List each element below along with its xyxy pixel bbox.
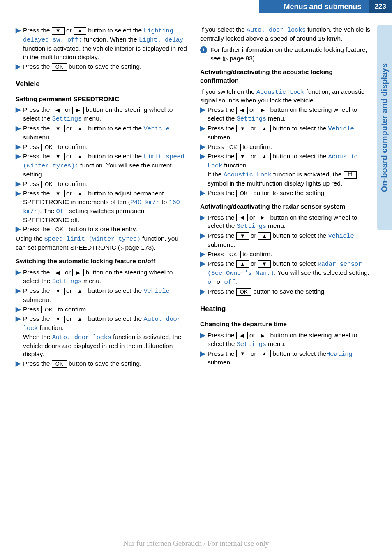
up-button-icon: ▲ — [236, 260, 249, 268]
down-button-icon: ▼ — [258, 260, 271, 268]
subsection-heading: Setting permanent SPEEDTRONIC — [16, 95, 189, 104]
step-marker-icon: ▶ — [16, 360, 21, 368]
header-title: Menus and submenus — [259, 0, 369, 13]
triangle-ref-icon: ▷ — [224, 56, 229, 62]
instruction-step: ▶ Press the ◀ or ▶ button on the steerin… — [16, 268, 189, 286]
menu-reference: Settings — [237, 115, 266, 123]
step-marker-icon: ▶ — [200, 106, 205, 123]
step-marker-icon: ▶ — [16, 268, 21, 286]
step-marker-icon: ▶ — [16, 225, 21, 234]
step-marker-icon: ▶ — [200, 350, 205, 367]
step-marker-icon: ▶ — [200, 152, 205, 188]
section-heading: Heating — [200, 304, 373, 315]
up-button-icon: ▲ — [258, 125, 271, 132]
instruction-step: ▶ Press the ▼ or ▲ button to select the … — [16, 315, 189, 359]
page-reference: page 83 — [230, 55, 253, 62]
step-marker-icon: ▶ — [200, 250, 205, 259]
instruction-step: ▶ Press OK to confirm. — [16, 305, 189, 314]
instruction-step: ▶ Press the ◀ or ▶ button on the steerin… — [200, 331, 373, 349]
up-button-icon: ▲ — [258, 232, 271, 240]
instruction-step: ▶ Press OK to confirm. — [16, 143, 189, 151]
ok-button-icon: OK — [41, 306, 56, 313]
right-button-icon: ▶ — [72, 269, 84, 276]
value-reference: off — [224, 278, 235, 286]
left-button-icon: ◀ — [52, 107, 63, 114]
right-column: If you select the Auto. door locks funct… — [200, 26, 373, 369]
step-marker-icon: ▶ — [16, 189, 21, 225]
step-marker-icon: ▶ — [16, 152, 21, 179]
right-button-icon: ▶ — [257, 107, 268, 114]
step-marker-icon: ▶ — [16, 106, 21, 123]
step-marker-icon: ▶ — [16, 143, 21, 151]
value-reference: 240 km/h — [130, 199, 160, 206]
menu-reference: Light. delay — [139, 36, 183, 44]
instruction-step: ▶ Press the OK button to save the settin… — [200, 288, 373, 296]
down-button-icon: ▼ — [236, 232, 249, 240]
step-marker-icon: ▶ — [16, 315, 21, 359]
step-marker-icon: ▶ — [16, 180, 21, 188]
instruction-step: ▶ Press the ▼ or ▲ button to select the … — [16, 124, 189, 142]
info-note: i For further information on the automat… — [200, 46, 373, 63]
paragraph: If you select the Auto. door locks funct… — [200, 26, 373, 43]
page-header: Menus and submenus 223 — [0, 0, 392, 13]
instruction-step: ▶ Press the OK button to save the settin… — [16, 63, 189, 71]
left-column: ▶ Press the ▼ or ▲ button to select the … — [16, 26, 189, 369]
page-number: 223 — [369, 0, 392, 13]
step-marker-icon: ▶ — [200, 331, 205, 349]
subsection-heading: Activating/deactivating the radar sensor… — [200, 202, 373, 211]
menu-reference: Vehicle — [328, 232, 354, 240]
ok-button-icon: OK — [236, 288, 251, 296]
left-button-icon: ◀ — [52, 269, 63, 276]
down-button-icon: ▼ — [236, 350, 249, 357]
ok-button-icon: OK — [41, 181, 56, 188]
step-marker-icon: ▶ — [200, 260, 205, 287]
ok-button-icon: OK — [52, 63, 67, 71]
instruction-step: ▶ Press the ◀ or ▶ button on the steerin… — [16, 106, 189, 123]
triangle-ref-icon: ▷ — [120, 245, 125, 251]
subsection-heading: Activating/deactivating the acoustic loc… — [200, 68, 373, 85]
menu-reference: Acoustic Lock — [256, 88, 304, 96]
menu-reference: Settings — [237, 341, 266, 348]
right-button-icon: ▶ — [257, 332, 268, 339]
menu-reference: Acoustic Lock — [224, 171, 272, 179]
menu-reference: Settings — [237, 223, 266, 230]
down-button-icon: ▼ — [52, 190, 65, 197]
menu-reference: Settings — [52, 115, 82, 123]
up-button-icon: ▲ — [74, 125, 86, 132]
up-button-icon: ▲ — [74, 153, 86, 160]
menu-reference: Auto. door locks — [52, 334, 111, 341]
instruction-step: ▶ Press the OK button to save the settin… — [200, 189, 373, 197]
instruction-step: ▶ Press the ▼ or ▲ button to select the … — [200, 152, 373, 188]
down-button-icon: ▼ — [52, 27, 65, 35]
instruction-step: ▶ Press the ▼ or ▲ button to select the … — [200, 232, 373, 249]
step-marker-icon: ▶ — [200, 143, 205, 151]
menu-reference: Vehicle — [144, 125, 170, 132]
down-button-icon: ▼ — [236, 125, 249, 132]
step-marker-icon: ▶ — [16, 26, 21, 62]
page-reference: page 173 — [125, 244, 152, 251]
up-button-icon: ▲ — [258, 153, 271, 160]
ok-button-icon: OK — [52, 226, 67, 233]
instruction-step: ▶ Press the OK button to store the entry… — [16, 225, 189, 234]
instruction-step: ▶ Press the ▼ or ▲ button to adjust perm… — [16, 189, 189, 225]
instruction-step: ▶ Press the ▼ or ▲ button to select the … — [16, 26, 189, 62]
down-button-icon: ▼ — [52, 288, 65, 295]
instruction-step: ▶ Press the ▼ or ▲ button to select the … — [16, 287, 189, 304]
step-marker-icon: ▶ — [16, 287, 21, 304]
ok-button-icon: OK — [226, 251, 241, 258]
up-button-icon: ▲ — [74, 316, 86, 323]
up-button-icon: ▲ — [258, 350, 271, 357]
up-button-icon: ▲ — [74, 288, 86, 295]
side-tab-label: On-board computer and displays — [380, 63, 390, 192]
left-button-icon: ◀ — [236, 107, 248, 114]
step-marker-icon: ▶ — [200, 189, 205, 197]
up-button-icon: ▲ — [74, 27, 86, 35]
instruction-step: ▶ Press the ◀ or ▶ button on the steerin… — [200, 214, 373, 231]
ok-button-icon: OK — [226, 144, 241, 151]
up-button-icon: ▲ — [74, 190, 86, 197]
footer-watermark: Nur für internen Gebrauch / For internal… — [0, 539, 392, 548]
menu-reference: Vehicle — [328, 125, 354, 132]
instruction-step: ▶ Press the ▲ or ▼ button to select Rada… — [200, 260, 373, 287]
menu-reference: Speed limit (winter tyres) — [44, 235, 141, 243]
step-marker-icon: ▶ — [200, 232, 205, 249]
